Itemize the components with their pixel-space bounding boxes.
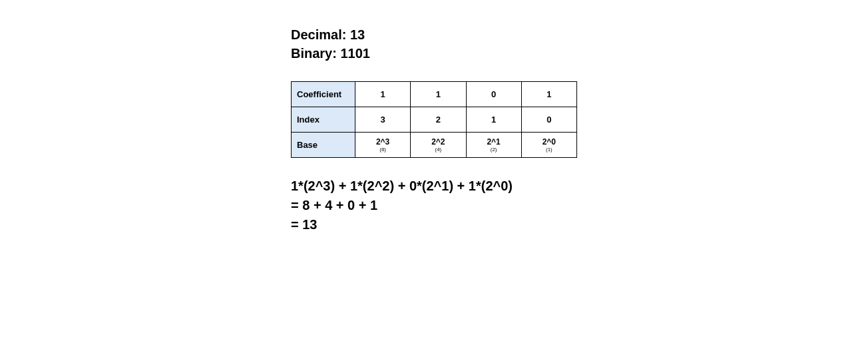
index-cell: 2	[411, 107, 466, 133]
coeff-cell: 1	[355, 82, 411, 107]
base-value: (4)	[411, 147, 465, 153]
base-power: 2^2	[411, 138, 465, 146]
base-value: (2)	[467, 147, 521, 153]
calc-sum: = 8 + 4 + 0 + 1	[291, 196, 577, 215]
row-label-index: Index	[292, 107, 355, 133]
index-cell: 3	[355, 107, 411, 133]
coeff-cell: 1	[411, 82, 466, 107]
heading-block: Decimal: 13 Binary: 1101	[291, 25, 577, 63]
decimal-heading: Decimal: 13	[291, 25, 577, 44]
index-cell: 0	[521, 107, 576, 133]
binary-explainer: Decimal: 13 Binary: 1101 Coefficient 1 1…	[291, 25, 577, 234]
coeff-cell: 0	[466, 82, 521, 107]
base-value: (1)	[522, 147, 576, 153]
coeff-cell: 1	[521, 82, 576, 107]
decimal-label: Decimal:	[291, 27, 346, 42]
decimal-value: 13	[350, 27, 365, 42]
binary-heading: Binary: 1101	[291, 44, 577, 63]
base-power: 2^3	[355, 138, 410, 146]
base-value: (8)	[355, 147, 410, 153]
base-power: 2^0	[522, 138, 576, 146]
table-row: Coefficient 1 1 0 1	[292, 82, 577, 107]
binary-table: Coefficient 1 1 0 1 Index 3 2 1 0 Base 2…	[291, 81, 577, 158]
base-cell: 2^2 (4)	[411, 133, 466, 158]
row-label-coefficient: Coefficient	[292, 82, 355, 107]
table-row: Base 2^3 (8) 2^2 (4) 2^1 (2) 2^0 (1)	[292, 133, 577, 158]
binary-value: 1101	[340, 46, 370, 61]
row-label-base: Base	[292, 133, 355, 158]
table-row: Index 3 2 1 0	[292, 107, 577, 133]
calc-expansion: 1*(2^3) + 1*(2^2) + 0*(2^1) + 1*(2^0)	[291, 176, 577, 196]
binary-label: Binary:	[291, 46, 337, 61]
base-cell: 2^0 (1)	[521, 133, 576, 158]
base-cell: 2^1 (2)	[466, 133, 521, 158]
index-cell: 1	[466, 107, 521, 133]
base-cell: 2^3 (8)	[355, 133, 411, 158]
calc-result: = 13	[291, 215, 577, 234]
base-power: 2^1	[467, 138, 521, 146]
calculation-block: 1*(2^3) + 1*(2^2) + 0*(2^1) + 1*(2^0) = …	[291, 176, 577, 234]
